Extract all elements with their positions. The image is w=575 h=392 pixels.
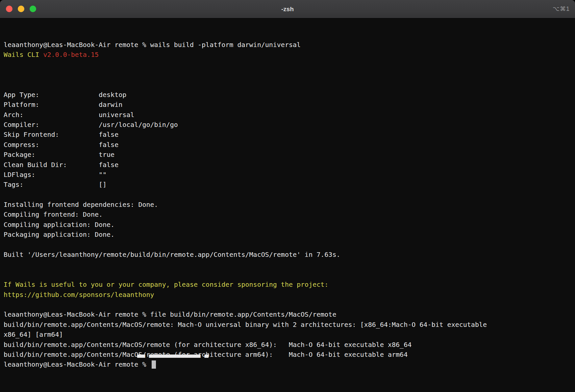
terminal-text: App Type: desktop (4, 91, 126, 99)
terminal-line (4, 300, 571, 309)
terminal-line (4, 240, 571, 250)
terminal-line: Built '/Users/leaanthony/remote/build/bi… (4, 250, 571, 259)
terminal-line: Wails CLI v2.0.0-beta.15 (4, 50, 571, 60)
terminal-cursor (152, 360, 156, 369)
terminal-line (4, 70, 571, 80)
terminal-line: Platform: darwin (4, 100, 571, 110)
terminal-line: x86_64] [arm64] (4, 330, 571, 339)
close-button[interactable] (6, 6, 12, 12)
window-shortcut: ⌥⌘1 (553, 5, 570, 12)
terminal-line: Compress: false (4, 140, 571, 150)
terminal-line: leaanthony@Leas-MacBook-Air remote % wai… (4, 40, 571, 50)
clipped-line: ▀▀ ▀▀▀▀▀▀▀▀▀▀▀▀▀ ▀ (137, 355, 209, 359)
terminal-text: Compiling frontend: Done. (4, 210, 103, 218)
terminal-text: Installing frontend dependencies: Done. (4, 201, 158, 208)
terminal-text: Arch: universal (4, 111, 134, 119)
terminal-line: If Wails is useful to you or your compan… (4, 280, 571, 289)
zoom-button[interactable] (30, 6, 36, 12)
terminal-text: Compress: false (4, 141, 118, 149)
terminal-text: If Wails is useful to you or your compan… (4, 281, 328, 288)
terminal-line: App Type: desktop (4, 90, 571, 100)
terminal-line: Compiling application: Done. (4, 220, 571, 230)
terminal-text: build/bin/remote.app/Contents/MacOS/remo… (4, 341, 412, 349)
terminal-text: Clean Build Dir: false (4, 161, 118, 169)
terminal-line: Skip Frontend: false (4, 130, 571, 139)
terminal-window: -zsh ⌥⌘1 leaanthony@Leas-MacBook-Air rem… (0, 0, 575, 392)
terminal-text: build/bin/remote.app/Contents/MacOS/remo… (4, 321, 487, 329)
terminal-line: Installing frontend dependencies: Done. (4, 200, 571, 209)
terminal-output: leaanthony@Leas-MacBook-Air remote % wai… (4, 40, 571, 370)
terminal-text: Compiling application: Done. (4, 221, 114, 229)
terminal-text: Tags: [] (4, 181, 107, 188)
terminal-line (4, 60, 571, 70)
minimize-button[interactable] (18, 6, 24, 12)
terminal-line: LDFlags: "" (4, 170, 571, 180)
terminal-line: Package: true (4, 150, 571, 159)
terminal-text: v2.0.0-beta.15 (43, 51, 99, 59)
terminal-line: build/bin/remote.app/Contents/MacOS/remo… (4, 340, 571, 350)
terminal-line: Arch: universal (4, 110, 571, 120)
terminal-text: x86_64] [arm64] (4, 331, 63, 338)
terminal-line: Compiler: /usr/local/go/bin/go (4, 120, 571, 130)
terminal-line: leaanthony@Leas-MacBook-Air remote % (4, 359, 571, 369)
terminal-line: Tags: [] (4, 180, 571, 189)
terminal-screen[interactable]: leaanthony@Leas-MacBook-Air remote % wai… (0, 18, 575, 392)
window-titlebar: -zsh ⌥⌘1 (0, 0, 575, 18)
terminal-text: leaanthony@Leas-MacBook-Air remote % wai… (4, 41, 301, 49)
terminal-line: Clean Build Dir: false (4, 160, 571, 170)
terminal-line: build/bin/remote.app/Contents/MacOS/remo… (4, 350, 571, 359)
terminal-line: Packaging application: Done. (4, 230, 571, 239)
terminal-text: Platform: darwin (4, 101, 122, 109)
terminal-line (4, 259, 571, 269)
terminal-line: leaanthony@Leas-MacBook-Air remote % fil… (4, 309, 571, 319)
terminal-text: Skip Frontend: false (4, 131, 118, 138)
terminal-line: build/bin/remote.app/Contents/MacOS/remo… (4, 320, 571, 330)
terminal-line (4, 80, 571, 89)
terminal-line: Compiling frontend: Done. (4, 209, 571, 219)
terminal-text: Built '/Users/leaanthony/remote/build/bi… (4, 251, 340, 258)
terminal-text: Package: true (4, 151, 114, 159)
terminal-text: https://github.com/sponsors/leaanthony (4, 291, 154, 299)
terminal-text: Packaging application: Done. (4, 231, 114, 238)
terminal-text: LDFlags: "" (4, 171, 107, 179)
terminal-text: Wails CLI (4, 51, 43, 59)
terminal-text: Compiler: /usr/local/go/bin/go (4, 121, 178, 129)
terminal-text: leaanthony@Leas-MacBook-Air remote % fil… (4, 310, 336, 318)
traffic-lights (6, 6, 36, 12)
terminal-line (4, 190, 571, 200)
terminal-line (4, 270, 571, 280)
terminal-line: https://github.com/sponsors/leaanthony (4, 290, 571, 300)
terminal-text: leaanthony@Leas-MacBook-Air remote % (4, 360, 150, 368)
window-title: -zsh (281, 6, 294, 13)
